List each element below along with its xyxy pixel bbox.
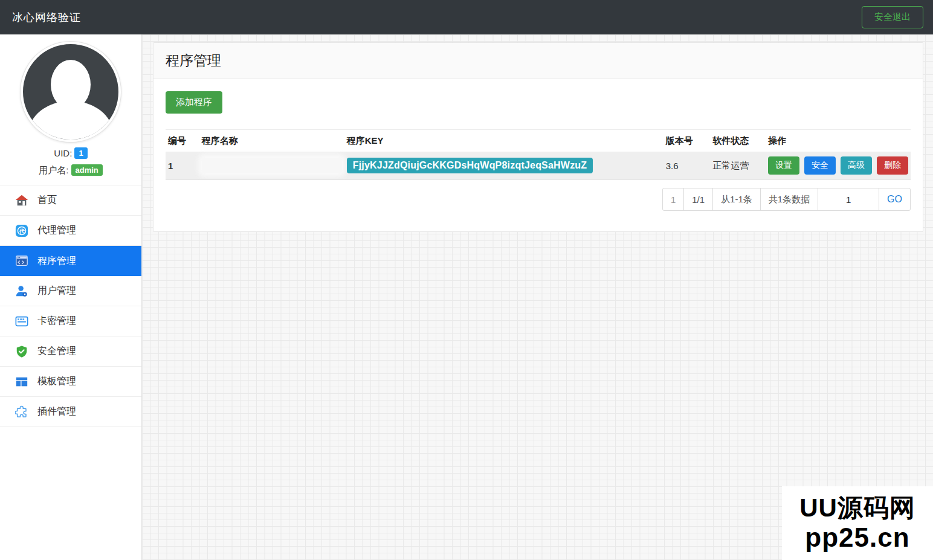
top-header: 冰心网络验证 安全退出: [0, 0, 933, 34]
card-key-icon: [15, 314, 29, 329]
template-icon: [15, 375, 29, 389]
avatar-shoulders-shape: [28, 101, 113, 142]
uid-badge: 1: [74, 147, 87, 159]
sidebar-item-label: 用户管理: [37, 285, 76, 297]
column-header-version: 版本号: [663, 130, 711, 152]
program-version: 3.6: [663, 152, 711, 180]
username-label: 用户名:: [39, 165, 68, 175]
pagination-total: 共1条数据: [760, 188, 818, 210]
security-button[interactable]: 安全: [804, 156, 836, 175]
sidebar-item-label: 卡密管理: [37, 315, 76, 327]
page-jump-input[interactable]: [818, 188, 879, 210]
pagination-page-of: 1/1: [683, 188, 712, 210]
add-program-button[interactable]: 添加程序: [166, 91, 222, 114]
column-header-status: 软件状态: [710, 130, 766, 152]
username-badge: admin: [71, 164, 103, 176]
svg-text:代: 代: [18, 227, 25, 234]
settings-button[interactable]: 设置: [768, 156, 799, 175]
uid-label: UID:: [54, 148, 72, 158]
sidebar-item-users[interactable]: 用户管理: [0, 276, 141, 306]
delete-button[interactable]: 删除: [877, 156, 908, 175]
pagination-page[interactable]: 1: [663, 188, 683, 210]
program-status: 正常运营: [710, 152, 766, 180]
watermark-line2: pp25.cn: [805, 523, 909, 553]
program-actions-cell: 设置 安全 高级 删除: [766, 152, 911, 180]
sidebar-item-home[interactable]: 首页: [0, 185, 141, 216]
sidebar-item-label: 首页: [37, 194, 57, 207]
program-name-cell: [199, 152, 344, 180]
program-id: 1: [166, 152, 199, 180]
sidebar-item-card-keys[interactable]: 卡密管理: [0, 306, 141, 336]
sidebar-item-label: 代理管理: [37, 224, 76, 237]
sidebar-item-label: 程序管理: [37, 255, 76, 268]
agent-icon: 代: [15, 224, 29, 238]
table-header-row: 编号 程序名称 程序KEY 版本号 软件状态 操作: [166, 130, 911, 152]
sidebar-item-agents[interactable]: 代 代理管理: [0, 216, 141, 246]
card-body: 添加程序 编号 程序名称 程序KEY 版本号 软件状态 操作: [153, 79, 923, 231]
action-buttons: 设置 安全 高级 删除: [768, 156, 908, 175]
sidebar-item-label: 插件管理: [37, 405, 76, 418]
column-header-key: 程序KEY: [344, 130, 663, 152]
avatar: [21, 42, 121, 142]
logout-button[interactable]: 安全退出: [862, 6, 923, 28]
shield-icon: [15, 344, 29, 359]
sidebar-item-security[interactable]: 安全管理: [0, 336, 141, 367]
main-content-area: 程序管理 添加程序 编号 程序名称 程序KEY 版本号 软件状态 操作: [142, 34, 933, 560]
pagination: 1 1/1 从1-1条 共1条数据 GO: [662, 188, 911, 211]
table-row: 1 FjjyKJJZdQiujGcKKGDsHqWqP8izqtJeqSaHWz…: [166, 152, 911, 180]
column-header-actions: 操作: [766, 130, 911, 152]
program-key-cell: FjjyKJJZdQiujGcKKGDsHqWqP8izqtJeqSaHWzuZ: [344, 152, 663, 180]
pagination-go-button[interactable]: GO: [879, 188, 910, 210]
uid-line: UID: 1: [0, 147, 141, 159]
program-name-redacted: [202, 158, 342, 173]
watermark-line1: UU源码网: [799, 494, 915, 523]
profile-section: UID: 1 用户名: admin: [0, 34, 141, 176]
sidebar: UID: 1 用户名: admin 首页: [0, 34, 142, 560]
sidebar-item-templates[interactable]: 模板管理: [0, 367, 141, 397]
page-title: 程序管理: [166, 51, 911, 70]
advanced-button[interactable]: 高级: [841, 156, 872, 175]
program-key-badge: FjjyKJJZdQiujGcKKGDsHqWqP8izqtJeqSaHWzuZ: [347, 158, 593, 173]
app-title: 冰心网络验证: [12, 10, 81, 25]
pagination-input-cell: [818, 188, 879, 210]
sidebar-item-label: 模板管理: [37, 375, 76, 388]
watermark: UU源码网 pp25.cn: [782, 486, 933, 560]
pagination-range: 从1-1条: [712, 188, 760, 210]
programs-table: 编号 程序名称 程序KEY 版本号 软件状态 操作 1: [166, 129, 911, 180]
username-line: 用户名: admin: [0, 164, 141, 176]
column-header-name: 程序名称: [199, 130, 344, 152]
plugin-icon: [15, 405, 29, 419]
home-icon: [15, 193, 29, 208]
sidebar-item-programs[interactable]: 程序管理: [0, 246, 141, 276]
program-management-card: 程序管理 添加程序 编号 程序名称 程序KEY 版本号 软件状态 操作: [153, 42, 923, 232]
column-header-id: 编号: [166, 130, 199, 152]
card-header: 程序管理: [153, 43, 923, 79]
sidebar-item-label: 安全管理: [37, 345, 76, 358]
sidebar-item-plugins[interactable]: 插件管理: [0, 397, 141, 427]
sidebar-menu: 首页 代 代理管理 程序管理: [0, 185, 141, 427]
user-icon: [15, 284, 29, 298]
pagination-row: 1 1/1 从1-1条 共1条数据 GO: [166, 188, 911, 211]
program-icon: [15, 254, 29, 268]
